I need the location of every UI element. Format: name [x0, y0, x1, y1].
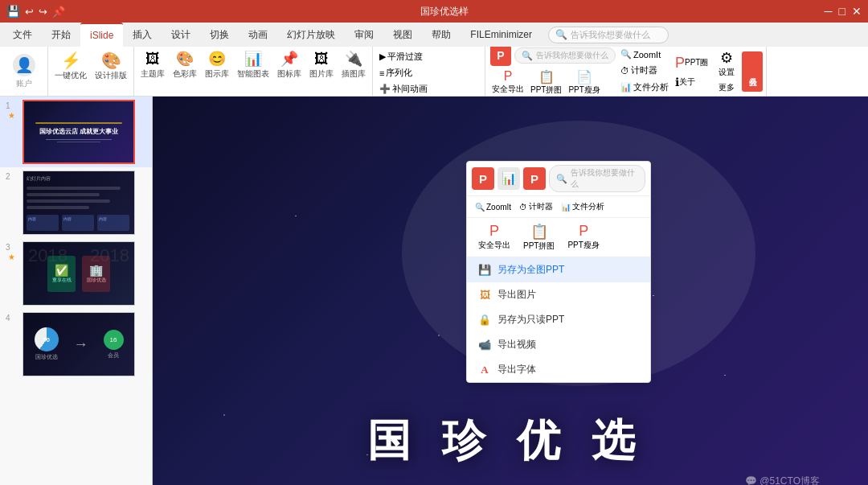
- window-controls: ─ □ ✕: [825, 5, 862, 18]
- dropdown-item-export-video[interactable]: 📹 导出视频: [467, 332, 650, 357]
- add-icon: ➕: [379, 84, 391, 94]
- save-ppt-icon: 💾: [478, 264, 491, 277]
- ppt-merge-btn[interactable]: 📋 PPT拼图: [529, 68, 563, 97]
- icon-lib2-btn[interactable]: 📌 图标库: [274, 49, 305, 81]
- popup-p-icon1[interactable]: P: [472, 167, 494, 190]
- slide-img-1[interactable]: 国珍优选云店 成就更大事业: [23, 100, 135, 164]
- one-key-btn[interactable]: ⚡ 一键优化: [51, 49, 90, 83]
- slide-thumb-3[interactable]: 3 ★ 2018 2018 ✅ 重享在线 🏢: [0, 238, 152, 309]
- img-lib-btn[interactable]: 🖼 图片库: [306, 49, 337, 81]
- popup-ppt-convert[interactable]: P PPT瘦身: [563, 221, 604, 253]
- popup-file-analysis-btn[interactable]: 📊文件分析: [558, 199, 608, 214]
- undo-icon[interactable]: ↩: [25, 6, 34, 18]
- popup-search-icon: 🔍: [556, 174, 567, 184]
- tab-start[interactable]: 开始: [42, 23, 80, 47]
- canvas-area: 国 珍 优 选 💬 @51CTO博客 P 📊 P 🔍 告诉我你想要做什么: [153, 97, 868, 485]
- tab-animation[interactable]: 动画: [239, 23, 277, 47]
- one-key-label: 一键优化: [55, 70, 87, 81]
- plugin-lib-btn[interactable]: 🔌 插图库: [338, 49, 369, 81]
- dropdown-item-save-ppt[interactable]: 💾 另存为全图PPT: [467, 257, 650, 282]
- search-placeholder: 告诉我你想要做什么: [571, 29, 650, 41]
- design-layout-label: 设计排版: [95, 70, 127, 81]
- tab-slideshow[interactable]: 幻灯片放映: [277, 23, 345, 47]
- redo-icon[interactable]: ↪: [39, 6, 47, 18]
- slide-panel: 1 ★ 国珍优选云店 成就更大事业 2 幻灯片内容: [0, 97, 153, 485]
- slide-num-2: 2: [6, 171, 17, 181]
- tab-file[interactable]: 文件: [3, 23, 42, 47]
- slide-img-4[interactable]: 50 国珍优选 → 16 会员: [23, 312, 135, 376]
- safe-export-btn[interactable]: P 安全导出: [490, 68, 526, 97]
- zoomit-btn[interactable]: 🔍 ZoomIt: [617, 47, 672, 61]
- more-btn[interactable]: 更多: [711, 80, 742, 95]
- dropdown-item-export-font[interactable]: A 导出字体: [467, 357, 650, 382]
- file-analysis-btn[interactable]: 📊 文件分析: [617, 80, 672, 95]
- ppt-circle-group: P PPT圈 ℹ 关于: [672, 53, 711, 90]
- tab-review[interactable]: 审阅: [345, 23, 383, 47]
- minimize-btn[interactable]: ─: [825, 5, 833, 18]
- slide-img-2[interactable]: 幻灯片内容 内容 内容 内容: [23, 171, 135, 235]
- slide-num-3: 3: [6, 241, 17, 252]
- popup-zoomit-btn[interactable]: 🔍ZoomIt: [472, 199, 514, 214]
- slide-thumb-1[interactable]: 1 ★ 国珍优选云店 成就更大事业: [0, 97, 152, 167]
- icon-lib-btn[interactable]: 😊 图示库: [202, 49, 232, 81]
- smart-chart-btn[interactable]: 📊 智能图表: [234, 49, 272, 81]
- resources-group: 🖼 主题库 🎨 色彩库 😊 图示库 📊 智能图表 📌 图标库 🖼 图片库: [134, 47, 373, 96]
- tab-islide[interactable]: iSlide: [80, 23, 123, 47]
- dropdown-item-export-img[interactable]: 🖼 导出图片: [467, 282, 650, 307]
- maximize-btn[interactable]: □: [839, 5, 845, 18]
- ribbon-search-bar[interactable]: 🔍 告诉我你想要做什么: [548, 27, 669, 43]
- popup-ppt-row: P 安全导出 📋 PPT拼图 P PPT瘦身: [467, 218, 650, 257]
- popup-timer-btn[interactable]: ⏱计时器: [516, 199, 556, 214]
- popup-extra-row: 🔍ZoomIt ⏱计时器 📊文件分析: [467, 196, 650, 218]
- popup-safe-export[interactable]: P 安全导出: [473, 221, 515, 253]
- smooth-icon: ▶: [379, 51, 386, 62]
- dropdown-menu: P 📊 P 🔍 告诉我你想要做什么 🔍ZoomIt ⏱计时器: [466, 161, 651, 383]
- tab-view[interactable]: 视图: [383, 23, 422, 47]
- slide-star-3: ★: [8, 253, 15, 261]
- theme-lib-btn[interactable]: 🖼 主题库: [137, 49, 168, 81]
- slide-img-3[interactable]: 2018 2018 ✅ 重享在线 🏢 国珍优选: [23, 241, 135, 306]
- save-icon[interactable]: 💾: [6, 5, 20, 18]
- fileminimizer-icon[interactable]: P: [490, 47, 511, 66]
- toolbar: 👤 账户 ⚡ 一键优化 🎨 设计排版 design-group 🖼 主题库 🎨: [0, 47, 868, 97]
- save-readonly-label: 另存为只读PPT: [497, 313, 564, 327]
- smooth-trans-btn[interactable]: ▶ 平滑过渡: [376, 49, 481, 64]
- popup-chart-icon[interactable]: 📊: [497, 167, 520, 190]
- popup-search[interactable]: 🔍 告诉我你想要做什么: [549, 165, 645, 192]
- export-img-icon: 🖼: [478, 289, 491, 302]
- add-anim-btn[interactable]: ➕ 补间动画: [376, 81, 481, 97]
- search-icon: 🔍: [555, 29, 567, 40]
- account-avatar[interactable]: 👤: [13, 54, 35, 76]
- color-lib-btn[interactable]: 🎨 色彩库: [170, 49, 200, 81]
- tab-fileminimizer[interactable]: FILEminimizer: [461, 23, 542, 47]
- design-layout-btn[interactable]: 🎨 设计排版: [92, 49, 130, 83]
- slide-thumb-2[interactable]: 2 幻灯片内容 内容 内容 内容: [0, 167, 152, 238]
- fileminimizer-search[interactable]: 🔍 告诉我你想要做什么: [514, 47, 616, 64]
- zoomit-group: 🔍 ZoomIt ⏱ 计时器 📊 文件分析: [617, 47, 672, 95]
- export-video-label: 导出视频: [497, 338, 536, 351]
- popup-ppt-merge[interactable]: 📋 PPT拼图: [518, 221, 559, 253]
- design-group: ⚡ 一键优化 🎨 设计排版 design-group: [48, 47, 134, 96]
- settings-btn[interactable]: ⚙ 设置: [711, 47, 742, 80]
- sequencing-btn[interactable]: ≡ 序列化: [376, 65, 481, 80]
- slide-thumb-4[interactable]: 4 50 国珍优选 → 16 会员: [0, 309, 152, 380]
- pin-icon[interactable]: 📌: [52, 6, 65, 18]
- dropdown-item-save-readonly[interactable]: 🔒 另存为只读PPT: [467, 307, 650, 332]
- fileminimizer-group: P 🔍 告诉我你想要做什么 P 安全导出 📋 PPT拼图 📄 PPT瘦身: [489, 47, 617, 97]
- about-btn[interactable]: ℹ 关于: [672, 74, 711, 90]
- close-btn[interactable]: ✕: [852, 5, 862, 18]
- tab-help[interactable]: 帮助: [422, 23, 461, 47]
- ppt-circle-btn[interactable]: P PPT圈: [672, 53, 711, 73]
- tab-design[interactable]: 设计: [162, 23, 200, 47]
- window-title: 国珍优选样: [420, 5, 469, 18]
- popup-p-icon2[interactable]: P: [523, 167, 546, 190]
- export-font-label: 导出字体: [497, 363, 536, 376]
- save-ppt-label: 另存为全图PPT: [497, 263, 564, 277]
- ppt-convert-btn[interactable]: 📄 PPT瘦身: [567, 68, 601, 97]
- timer-btn[interactable]: ⏱ 计时器: [617, 63, 672, 78]
- tab-insert[interactable]: 插入: [123, 23, 162, 47]
- slide-star-1: ★: [8, 111, 15, 120]
- upgrade-btn[interactable]: 升级会员: [742, 51, 763, 92]
- animation-group: ▶ 平滑过渡 ≡ 序列化 ➕ 补间动画 ⏱ 时间缩放: [373, 47, 485, 96]
- tab-transition[interactable]: 切换: [200, 23, 239, 47]
